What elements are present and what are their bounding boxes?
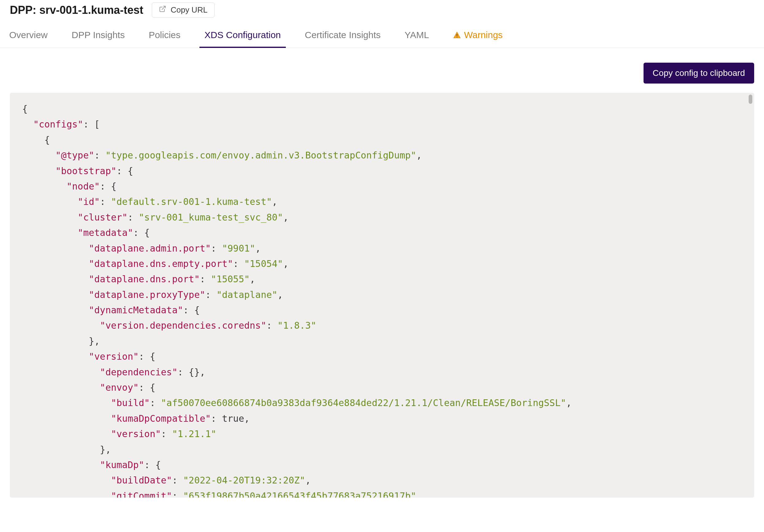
svg-rect-1 [457,34,457,36]
tab-yaml[interactable]: YAML [404,24,430,48]
external-link-icon [159,5,166,15]
tab-dpp-insights[interactable]: DPP Insights [70,24,126,48]
tab-xds-configuration[interactable]: XDS Configuration [203,24,282,48]
tab-certificate-insights[interactable]: Certificate Insights [303,24,382,48]
svg-line-0 [162,6,165,10]
tab-warnings-label: Warnings [464,30,503,40]
copy-url-label: Copy URL [171,5,207,15]
tabs: Overview DPP Insights Policies XDS Confi… [0,24,764,48]
svg-rect-2 [457,37,457,37]
page-title: DPP: srv-001-1.kuma-test [10,4,143,17]
scrollbar-thumb[interactable] [749,95,752,104]
copy-url-button[interactable]: Copy URL [152,2,215,18]
copy-config-button[interactable]: Copy config to clipboard [644,63,754,83]
warning-icon [453,31,461,39]
tab-policies[interactable]: Policies [147,24,182,48]
config-json-block[interactable]: { "configs": [ { "@type": "type.googleap… [10,93,754,498]
tab-warnings[interactable]: Warnings [452,24,504,48]
tab-overview[interactable]: Overview [8,24,49,48]
